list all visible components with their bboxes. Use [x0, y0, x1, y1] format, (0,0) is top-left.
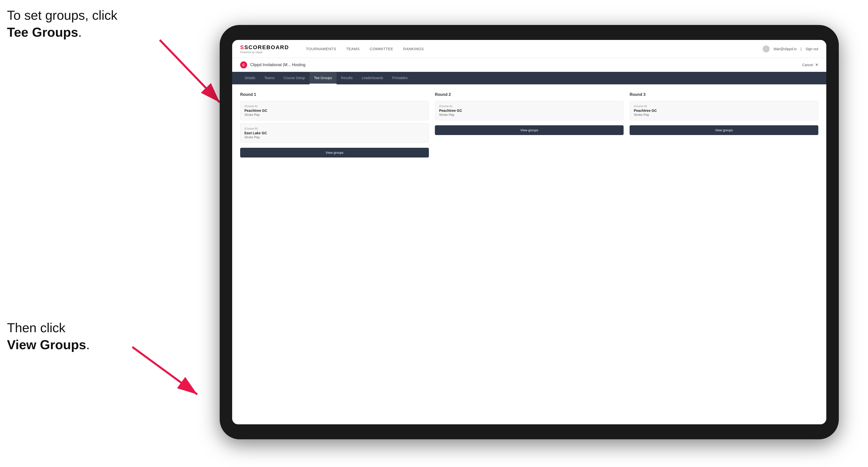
round-3-course-a-label: (Course A) — [634, 104, 814, 107]
separator: | — [801, 47, 802, 51]
nav-committee[interactable]: COMMITTEE — [365, 40, 398, 58]
round-1-course-b-name: East Lake GC — [244, 131, 425, 135]
round-1-course-a-name: Peachtree GC — [244, 108, 425, 113]
tab-course-setup[interactable]: Course Setup — [279, 72, 310, 84]
round-1-course-a-label: (Course A) — [244, 104, 425, 107]
svg-line-1 — [160, 40, 220, 102]
tab-leaderboards[interactable]: Leaderboards — [357, 72, 388, 84]
tab-details[interactable]: Details — [240, 72, 260, 84]
round-1-course-b-format: Stroke Play — [244, 135, 425, 139]
nav-rankings[interactable]: RANKINGS — [398, 40, 429, 58]
round-2-course-a-card: (Course A) Peachtree GC Stroke Play — [435, 101, 624, 120]
instruction-top-line1: To set groups, click — [7, 8, 117, 23]
cancel-x[interactable]: ✕ — [815, 62, 818, 67]
sub-header: C Clippd Invitational (M... Hosting Canc… — [232, 58, 826, 72]
round-1-course-a-format: Stroke Play — [244, 113, 425, 117]
logo-title: SSCOREBOARD — [240, 44, 289, 51]
tablet-frame: SSCOREBOARD Powered by clippit TOURNAMEN… — [220, 25, 839, 439]
round-2-column: Round 2 (Course A) Peachtree GC Stroke P… — [435, 92, 624, 157]
tournament-icon: C — [240, 61, 247, 68]
nav-links: TOURNAMENTS TEAMS COMMITTEE RANKINGS — [301, 40, 763, 58]
arrow-top — [90, 25, 240, 120]
nav-teams[interactable]: TEAMS — [341, 40, 365, 58]
view-groups-round-1-button[interactable]: View groups — [240, 148, 429, 157]
top-nav: SSCOREBOARD Powered by clippit TOURNAMEN… — [232, 40, 826, 58]
round-1-course-b-label: (Course B) — [244, 127, 425, 130]
round-1-title: Round 1 — [240, 92, 429, 97]
tournament-icon-letter: C — [242, 63, 245, 67]
round-1-column: Round 1 (Course A) Peachtree GC Stroke P… — [240, 92, 429, 157]
tab-printables[interactable]: Printables — [388, 72, 412, 84]
round-3-course-a-name: Peachtree GC — [634, 108, 814, 113]
logo-text: SCOREBOARD — [244, 44, 289, 51]
svg-line-3 — [132, 347, 197, 394]
round-1-course-a-card: (Course A) Peachtree GC Stroke Play — [240, 101, 429, 120]
tab-teams[interactable]: Teams — [260, 72, 279, 84]
round-2-course-a-format: Stroke Play — [439, 113, 619, 117]
tab-results[interactable]: Results — [337, 72, 357, 84]
instruction-top-bold: Tee Groups — [7, 25, 78, 39]
scoreboard-logo: SSCOREBOARD Powered by clippit — [240, 44, 289, 54]
tournament-name: Clippd Invitational (M... Hosting — [250, 63, 802, 67]
nav-tournaments[interactable]: TOURNAMENTS — [301, 40, 341, 58]
round-3-course-a-card: (Course A) Peachtree GC Stroke Play — [629, 101, 818, 120]
round-1-course-b-card: (Course B) East Lake GC Stroke Play — [240, 123, 429, 143]
round-3-course-a-format: Stroke Play — [634, 113, 814, 117]
view-groups-round-3-button[interactable]: View groups — [629, 125, 818, 135]
round-2-course-a-name: Peachtree GC — [439, 108, 619, 113]
round-2-title: Round 2 — [435, 92, 624, 97]
user-avatar — [763, 45, 770, 53]
round-3-column: Round 3 (Course A) Peachtree GC Stroke P… — [629, 92, 818, 157]
main-content: Round 1 (Course A) Peachtree GC Stroke P… — [232, 84, 826, 424]
tablet-screen: SSCOREBOARD Powered by clippit TOURNAMEN… — [232, 40, 826, 424]
sign-out-link[interactable]: Sign out — [806, 47, 818, 51]
instruction-bottom: Then click View Groups. — [7, 319, 90, 353]
logo-c-letter: S — [240, 44, 244, 51]
view-groups-round-2-button[interactable]: View groups — [435, 125, 624, 135]
arrow-bottom — [82, 337, 222, 412]
instruction-bottom-bold: View Groups — [7, 338, 86, 352]
round-3-title: Round 3 — [629, 92, 818, 97]
logo-subtitle: Powered by clippit — [240, 51, 289, 54]
tab-bar: Details Teams Course Setup Tee Groups Re… — [232, 72, 826, 84]
instruction-bottom-line1: Then click — [7, 320, 65, 335]
rounds-container: Round 1 (Course A) Peachtree GC Stroke P… — [240, 92, 818, 157]
round-2-course-a-label: (Course A) — [439, 104, 619, 107]
user-email: blair@clippd.io — [774, 47, 797, 51]
top-nav-right: blair@clippd.io | Sign out — [763, 45, 818, 53]
cancel-button[interactable]: Cancel — [802, 63, 813, 67]
instruction-top-suffix: . — [78, 25, 82, 39]
tab-tee-groups[interactable]: Tee Groups — [310, 72, 337, 84]
